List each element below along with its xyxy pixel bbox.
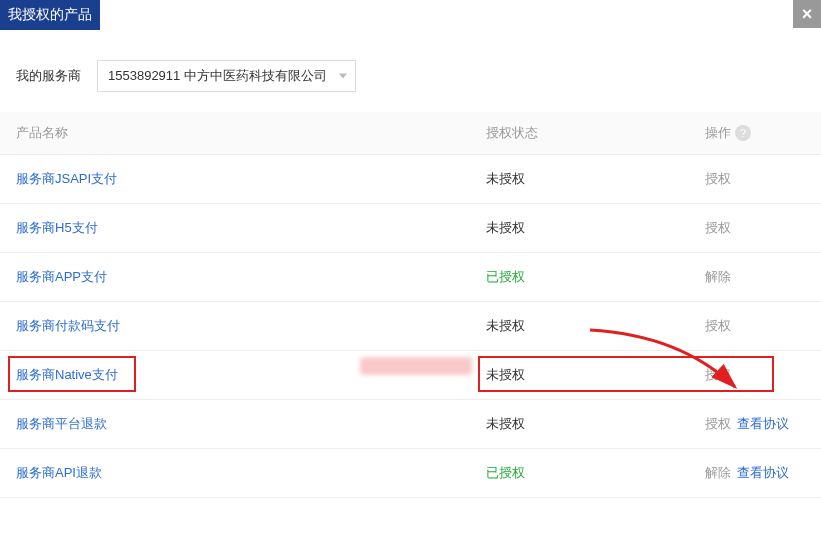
chevron-down-icon [339,74,347,79]
action-button[interactable]: 授权 [705,317,731,335]
table-header: 产品名称 授权状态 操作 ? [0,112,821,155]
view-agreement-link[interactable]: 查看协议 [737,464,789,482]
action-button[interactable]: 授权 [705,219,731,237]
filter-label: 我的服务商 [16,67,81,85]
action-button[interactable]: 授权 [705,415,731,433]
header-action: 操作 ? [705,124,805,142]
close-icon: × [802,4,813,25]
status-text: 未授权 [486,367,525,382]
action-button[interactable]: 授权 [705,170,731,188]
product-name-link[interactable]: 服务商平台退款 [16,416,107,431]
filter-row: 我的服务商 1553892911 中方中医药科技有限公司 [0,30,821,112]
provider-selected: 1553892911 中方中医药科技有限公司 [108,68,327,83]
table-row: 服务商H5支付未授权授权 [0,204,821,253]
close-button[interactable]: × [793,0,821,28]
product-name-link[interactable]: 服务商付款码支付 [16,318,120,333]
product-name-link[interactable]: 服务商H5支付 [16,220,98,235]
product-name-link[interactable]: 服务商JSAPI支付 [16,171,117,186]
status-text: 已授权 [486,465,525,480]
action-button[interactable]: 授权 [705,366,731,384]
header-status: 授权状态 [486,124,705,142]
status-text: 未授权 [486,171,525,186]
table-row: 服务商API退款已授权解除查看协议 [0,449,821,498]
table-row: 服务商Native支付未授权授权 [0,351,821,400]
product-name-link[interactable]: 服务商Native支付 [16,367,118,382]
view-agreement-link[interactable]: 查看协议 [737,415,789,433]
table-row: 服务商APP支付已授权解除 [0,253,821,302]
help-icon[interactable]: ? [735,125,751,141]
modal-title: 我授权的产品 [0,0,100,30]
status-text: 未授权 [486,318,525,333]
table-row: 服务商JSAPI支付未授权授权 [0,155,821,204]
action-button[interactable]: 解除 [705,268,731,286]
header-name: 产品名称 [16,124,486,142]
products-table: 产品名称 授权状态 操作 ? 服务商JSAPI支付未授权授权服务商H5支付未授权… [0,112,821,498]
redacted-blur [360,357,472,375]
header-action-text: 操作 [705,124,731,142]
table-row: 服务商付款码支付未授权授权 [0,302,821,351]
action-button[interactable]: 解除 [705,464,731,482]
provider-select[interactable]: 1553892911 中方中医药科技有限公司 [97,60,356,92]
product-name-link[interactable]: 服务商API退款 [16,465,102,480]
status-text: 已授权 [486,269,525,284]
table-row: 服务商平台退款未授权授权查看协议 [0,400,821,449]
status-text: 未授权 [486,220,525,235]
status-text: 未授权 [486,416,525,431]
product-name-link[interactable]: 服务商APP支付 [16,269,107,284]
